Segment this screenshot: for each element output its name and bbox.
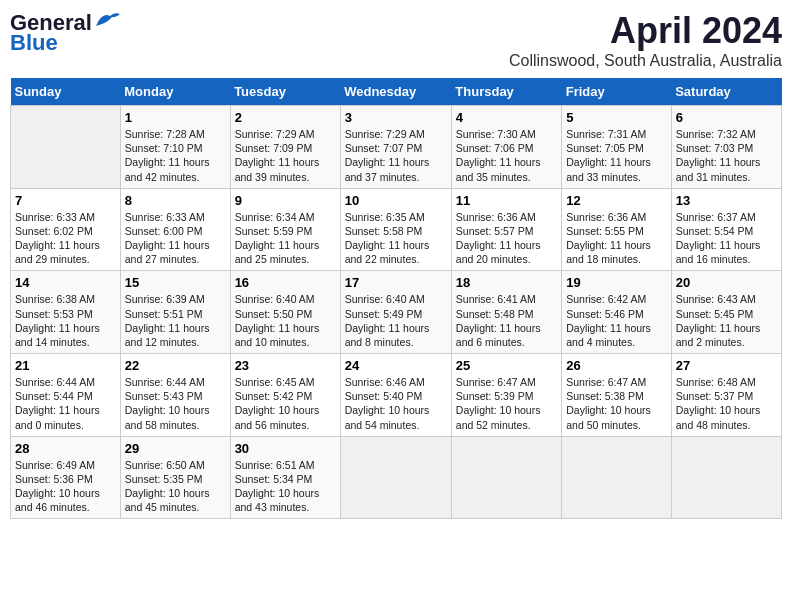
calendar-cell: 18Sunrise: 6:41 AM Sunset: 5:48 PM Dayli…: [451, 271, 561, 354]
month-title: April 2024: [509, 10, 782, 52]
day-number: 17: [345, 275, 447, 290]
day-info: Sunrise: 6:33 AM Sunset: 6:00 PM Dayligh…: [125, 210, 226, 267]
day-number: 27: [676, 358, 777, 373]
day-info: Sunrise: 6:48 AM Sunset: 5:37 PM Dayligh…: [676, 375, 777, 432]
day-info: Sunrise: 6:35 AM Sunset: 5:58 PM Dayligh…: [345, 210, 447, 267]
day-number: 11: [456, 193, 557, 208]
day-info: Sunrise: 6:46 AM Sunset: 5:40 PM Dayligh…: [345, 375, 447, 432]
day-info: Sunrise: 7:30 AM Sunset: 7:06 PM Dayligh…: [456, 127, 557, 184]
calendar-cell: 4Sunrise: 7:30 AM Sunset: 7:06 PM Daylig…: [451, 106, 561, 189]
day-number: 24: [345, 358, 447, 373]
day-number: 25: [456, 358, 557, 373]
header-day-tuesday: Tuesday: [230, 78, 340, 106]
calendar-cell: 5Sunrise: 7:31 AM Sunset: 7:05 PM Daylig…: [562, 106, 671, 189]
page-header: General Blue April 2024 Collinswood, Sou…: [10, 10, 782, 70]
calendar-cell: 2Sunrise: 7:29 AM Sunset: 7:09 PM Daylig…: [230, 106, 340, 189]
calendar-week-5: 28Sunrise: 6:49 AM Sunset: 5:36 PM Dayli…: [11, 436, 782, 519]
day-number: 22: [125, 358, 226, 373]
day-info: Sunrise: 6:40 AM Sunset: 5:50 PM Dayligh…: [235, 292, 336, 349]
day-info: Sunrise: 7:29 AM Sunset: 7:09 PM Dayligh…: [235, 127, 336, 184]
location-subtitle: Collinswood, South Australia, Australia: [509, 52, 782, 70]
calendar-cell: 11Sunrise: 6:36 AM Sunset: 5:57 PM Dayli…: [451, 188, 561, 271]
header-day-saturday: Saturday: [671, 78, 781, 106]
calendar-body: 1Sunrise: 7:28 AM Sunset: 7:10 PM Daylig…: [11, 106, 782, 519]
calendar-cell: 30Sunrise: 6:51 AM Sunset: 5:34 PM Dayli…: [230, 436, 340, 519]
day-info: Sunrise: 6:47 AM Sunset: 5:39 PM Dayligh…: [456, 375, 557, 432]
day-number: 29: [125, 441, 226, 456]
header-day-thursday: Thursday: [451, 78, 561, 106]
day-number: 10: [345, 193, 447, 208]
day-info: Sunrise: 6:45 AM Sunset: 5:42 PM Dayligh…: [235, 375, 336, 432]
day-number: 8: [125, 193, 226, 208]
calendar-cell: 1Sunrise: 7:28 AM Sunset: 7:10 PM Daylig…: [120, 106, 230, 189]
day-info: Sunrise: 6:51 AM Sunset: 5:34 PM Dayligh…: [235, 458, 336, 515]
calendar-cell: 29Sunrise: 6:50 AM Sunset: 5:35 PM Dayli…: [120, 436, 230, 519]
calendar-cell: 26Sunrise: 6:47 AM Sunset: 5:38 PM Dayli…: [562, 354, 671, 437]
calendar-cell: 7Sunrise: 6:33 AM Sunset: 6:02 PM Daylig…: [11, 188, 121, 271]
day-info: Sunrise: 6:37 AM Sunset: 5:54 PM Dayligh…: [676, 210, 777, 267]
calendar-table: SundayMondayTuesdayWednesdayThursdayFrid…: [10, 78, 782, 519]
calendar-cell: 20Sunrise: 6:43 AM Sunset: 5:45 PM Dayli…: [671, 271, 781, 354]
header-day-sunday: Sunday: [11, 78, 121, 106]
calendar-cell: [562, 436, 671, 519]
day-info: Sunrise: 6:49 AM Sunset: 5:36 PM Dayligh…: [15, 458, 116, 515]
calendar-cell: 13Sunrise: 6:37 AM Sunset: 5:54 PM Dayli…: [671, 188, 781, 271]
day-number: 7: [15, 193, 116, 208]
day-info: Sunrise: 7:28 AM Sunset: 7:10 PM Dayligh…: [125, 127, 226, 184]
calendar-week-4: 21Sunrise: 6:44 AM Sunset: 5:44 PM Dayli…: [11, 354, 782, 437]
day-info: Sunrise: 6:33 AM Sunset: 6:02 PM Dayligh…: [15, 210, 116, 267]
day-info: Sunrise: 6:38 AM Sunset: 5:53 PM Dayligh…: [15, 292, 116, 349]
calendar-cell: 22Sunrise: 6:44 AM Sunset: 5:43 PM Dayli…: [120, 354, 230, 437]
day-info: Sunrise: 6:42 AM Sunset: 5:46 PM Dayligh…: [566, 292, 666, 349]
day-number: 3: [345, 110, 447, 125]
day-number: 6: [676, 110, 777, 125]
day-info: Sunrise: 6:44 AM Sunset: 5:43 PM Dayligh…: [125, 375, 226, 432]
calendar-cell: 17Sunrise: 6:40 AM Sunset: 5:49 PM Dayli…: [340, 271, 451, 354]
day-info: Sunrise: 7:29 AM Sunset: 7:07 PM Dayligh…: [345, 127, 447, 184]
day-number: 18: [456, 275, 557, 290]
day-info: Sunrise: 6:39 AM Sunset: 5:51 PM Dayligh…: [125, 292, 226, 349]
logo-bird-icon: [94, 8, 122, 30]
calendar-cell: 19Sunrise: 6:42 AM Sunset: 5:46 PM Dayli…: [562, 271, 671, 354]
day-number: 26: [566, 358, 666, 373]
calendar-cell: 14Sunrise: 6:38 AM Sunset: 5:53 PM Dayli…: [11, 271, 121, 354]
day-info: Sunrise: 6:40 AM Sunset: 5:49 PM Dayligh…: [345, 292, 447, 349]
day-info: Sunrise: 7:31 AM Sunset: 7:05 PM Dayligh…: [566, 127, 666, 184]
day-info: Sunrise: 6:44 AM Sunset: 5:44 PM Dayligh…: [15, 375, 116, 432]
day-info: Sunrise: 6:41 AM Sunset: 5:48 PM Dayligh…: [456, 292, 557, 349]
calendar-week-1: 1Sunrise: 7:28 AM Sunset: 7:10 PM Daylig…: [11, 106, 782, 189]
day-info: Sunrise: 6:47 AM Sunset: 5:38 PM Dayligh…: [566, 375, 666, 432]
calendar-cell: 9Sunrise: 6:34 AM Sunset: 5:59 PM Daylig…: [230, 188, 340, 271]
calendar-cell: 16Sunrise: 6:40 AM Sunset: 5:50 PM Dayli…: [230, 271, 340, 354]
day-number: 9: [235, 193, 336, 208]
header-day-wednesday: Wednesday: [340, 78, 451, 106]
day-number: 28: [15, 441, 116, 456]
calendar-cell: 28Sunrise: 6:49 AM Sunset: 5:36 PM Dayli…: [11, 436, 121, 519]
day-number: 13: [676, 193, 777, 208]
day-info: Sunrise: 6:36 AM Sunset: 5:57 PM Dayligh…: [456, 210, 557, 267]
calendar-cell: 23Sunrise: 6:45 AM Sunset: 5:42 PM Dayli…: [230, 354, 340, 437]
day-number: 20: [676, 275, 777, 290]
calendar-cell: [340, 436, 451, 519]
day-number: 12: [566, 193, 666, 208]
title-area: April 2024 Collinswood, South Australia,…: [509, 10, 782, 70]
logo-blue: Blue: [10, 30, 58, 56]
day-number: 16: [235, 275, 336, 290]
day-number: 5: [566, 110, 666, 125]
day-info: Sunrise: 7:32 AM Sunset: 7:03 PM Dayligh…: [676, 127, 777, 184]
calendar-cell: 24Sunrise: 6:46 AM Sunset: 5:40 PM Dayli…: [340, 354, 451, 437]
header-day-monday: Monday: [120, 78, 230, 106]
day-number: 4: [456, 110, 557, 125]
day-info: Sunrise: 6:43 AM Sunset: 5:45 PM Dayligh…: [676, 292, 777, 349]
calendar-cell: [671, 436, 781, 519]
day-info: Sunrise: 6:50 AM Sunset: 5:35 PM Dayligh…: [125, 458, 226, 515]
day-number: 15: [125, 275, 226, 290]
logo: General Blue: [10, 10, 122, 56]
calendar-cell: 8Sunrise: 6:33 AM Sunset: 6:00 PM Daylig…: [120, 188, 230, 271]
calendar-cell: 27Sunrise: 6:48 AM Sunset: 5:37 PM Dayli…: [671, 354, 781, 437]
calendar-header: SundayMondayTuesdayWednesdayThursdayFrid…: [11, 78, 782, 106]
day-number: 30: [235, 441, 336, 456]
calendar-cell: 6Sunrise: 7:32 AM Sunset: 7:03 PM Daylig…: [671, 106, 781, 189]
calendar-cell: [451, 436, 561, 519]
header-row: SundayMondayTuesdayWednesdayThursdayFrid…: [11, 78, 782, 106]
